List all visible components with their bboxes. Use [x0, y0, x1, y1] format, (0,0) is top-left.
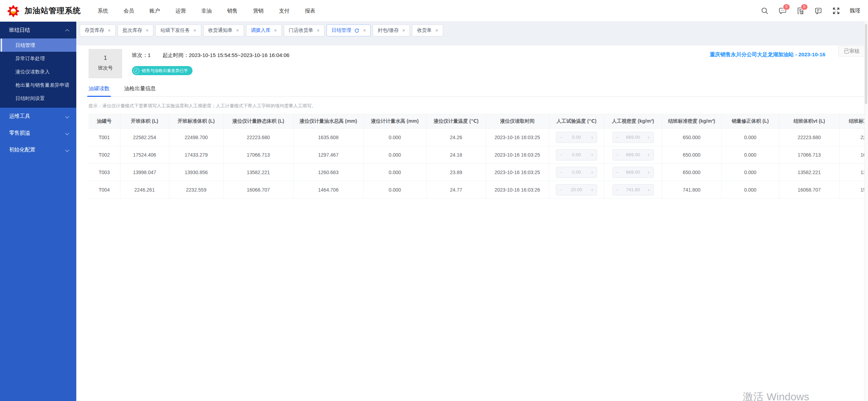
doc-tab-封包/缴存[interactable]: 封包/缴存× [373, 24, 410, 36]
stepper-minus-button[interactable]: − [616, 170, 619, 175]
column-header: 油罐号 [89, 114, 120, 129]
table-cell: T003 [89, 164, 120, 181]
sidebar-item-日结时间设置[interactable]: 日结时间设置 [0, 92, 76, 105]
doc-tab-门店收货单[interactable]: 门店收货单× [284, 24, 324, 36]
diff-balanced-badge: ✓ 销售与油枪出量差异已平 [132, 66, 192, 75]
table-cell: −669.00+ [604, 164, 662, 181]
number-stepper[interactable]: −0.00+ [556, 167, 597, 178]
main-panel: 1 班次号 班次：1 起止时间：2023-10-15 15:54:55~2023… [76, 45, 868, 401]
table-cell: −669.00+ [604, 146, 662, 164]
close-tab-icon[interactable]: × [193, 28, 196, 33]
doc-tab-label: 门店收货单 [289, 27, 313, 34]
sidebar-item-日结管理[interactable]: 日结管理 [0, 38, 76, 52]
table-cell: T002 [89, 146, 120, 164]
close-tab-icon[interactable]: × [402, 28, 405, 33]
stepper-plus-button[interactable]: + [591, 187, 594, 193]
top-nav-item[interactable]: 支付 [271, 0, 297, 22]
doc-tab-存货库存[interactable]: 存货库存× [80, 24, 115, 36]
stepper-plus-button[interactable]: + [647, 135, 650, 140]
stepper-minus-button[interactable]: − [559, 187, 562, 193]
column-header: 液位仪读取时间 [486, 114, 549, 129]
doc-tab-收货通知单[interactable]: 收货通知单× [203, 24, 244, 36]
close-tab-icon[interactable]: × [236, 28, 239, 33]
doc-tab-批次库存[interactable]: 批次库存× [118, 24, 153, 36]
stepper-minus-button[interactable]: − [616, 152, 619, 158]
table-cell: 22223.680 [223, 129, 293, 146]
close-tab-icon[interactable]: × [363, 28, 366, 33]
table-cell: 17066.713 [223, 146, 293, 164]
sidebar-item-枪出量与销售量差异申请[interactable]: 枪出量与销售量差异申请 [0, 78, 76, 92]
close-tab-icon[interactable]: × [108, 28, 111, 33]
table-cell: T004 [89, 181, 120, 199]
sidebar: 班结日结日结管理异常订单处理液位仪读数录入枪出量与销售量差异申请日结时间设置运维… [0, 22, 76, 401]
table-cell: 24.18 [426, 146, 486, 164]
stepper-plus-button[interactable]: + [647, 187, 650, 193]
sidebar-group-初始化配置[interactable]: 初始化配置 [0, 141, 76, 158]
number-stepper[interactable]: −0.00+ [556, 149, 597, 160]
stepper-plus-button[interactable]: + [591, 135, 594, 140]
check-circle-icon: ✓ [133, 68, 139, 74]
stepper-minus-button[interactable]: − [616, 135, 619, 140]
stepper-plus-button[interactable]: + [647, 152, 650, 158]
number-stepper[interactable]: −0.00+ [556, 132, 597, 143]
top-nav-item[interactable]: 报表 [297, 0, 323, 22]
stepper-minus-button[interactable]: − [616, 187, 619, 193]
doc-tab-收货单[interactable]: 收货单× [412, 24, 443, 36]
table-cell: 2023-10-16 16:03:26 [486, 181, 549, 199]
number-stepper[interactable]: −741.80+ [612, 184, 654, 195]
chat-icon[interactable] [814, 7, 822, 15]
stepper-plus-button[interactable]: + [591, 152, 594, 158]
task-list-icon[interactable]: 0 [796, 7, 805, 15]
station-link[interactable]: 重庆销售永川分公司大足龙湖加油站 - 2023-10-16 [710, 51, 825, 58]
sidebar-group-运维工具[interactable]: 运维工具 [0, 108, 76, 124]
table-cell: −669.00+ [604, 129, 662, 146]
top-nav-item[interactable]: 销售 [219, 0, 245, 22]
close-tab-icon[interactable]: × [317, 28, 320, 33]
top-nav-item[interactable]: 非油 [194, 0, 219, 22]
stepper-minus-button[interactable]: − [559, 152, 562, 158]
sidebar-scrollbar-thumb[interactable] [1, 38, 2, 52]
table-cell: 17066.713 [779, 146, 839, 164]
sidebar-item-异常订单处理[interactable]: 异常订单处理 [0, 52, 76, 65]
refresh-tab-icon[interactable] [354, 28, 359, 33]
fullscreen-icon[interactable] [832, 7, 840, 15]
sidebar-group-零售损溢[interactable]: 零售损溢 [0, 124, 76, 141]
table-cell: 24.26 [426, 129, 486, 146]
task-badge: 0 [801, 4, 808, 10]
top-nav-item[interactable]: 运营 [168, 0, 194, 22]
tab-nozzle-output[interactable]: 油枪出量信息 [124, 85, 156, 96]
stepper-plus-button[interactable]: + [647, 170, 650, 175]
column-header: 结班体积vt (L) [779, 114, 839, 129]
number-stepper[interactable]: −669.00+ [612, 149, 654, 160]
table-row: T0042246.2612232.55916068.7071464.7060.0… [89, 181, 868, 199]
page-scrollbar[interactable] [864, 22, 868, 401]
sidebar-item-液位仪读数录入[interactable]: 液位仪读数录入 [0, 65, 76, 78]
close-tab-icon[interactable]: × [146, 28, 148, 33]
current-user[interactable]: 魏瑾 [850, 7, 860, 14]
top-nav-item[interactable]: 系统 [90, 0, 116, 22]
search-icon[interactable] [761, 7, 769, 15]
top-nav-item[interactable]: 营销 [245, 0, 271, 22]
sidebar-group-班结日结[interactable]: 班结日结 [0, 22, 76, 38]
close-tab-icon[interactable]: × [435, 28, 438, 33]
doc-tab-日结管理[interactable]: 日结管理× [327, 24, 371, 36]
close-tab-icon[interactable]: × [274, 28, 277, 33]
top-nav-item[interactable]: 会员 [116, 0, 142, 22]
chevron-down-icon [65, 114, 69, 118]
doc-tab-调拨入库[interactable]: 调拨入库× [246, 24, 282, 36]
stepper-value: 669.00 [626, 135, 640, 140]
stepper-plus-button[interactable]: + [591, 170, 594, 175]
message-bubble-icon[interactable]: 0 [778, 7, 787, 15]
stepper-minus-button[interactable]: − [559, 170, 562, 175]
tab-tank-readings[interactable]: 油罐读数 [89, 85, 110, 96]
number-stepper[interactable]: −669.00+ [612, 132, 654, 143]
top-nav-item[interactable]: 账户 [142, 0, 168, 22]
table-cell: 13582.221 [779, 164, 839, 181]
number-stepper[interactable]: −669.00+ [612, 167, 654, 178]
doc-tab-站级下发任务[interactable]: 站级下发任务× [155, 24, 201, 36]
stepper-minus-button[interactable]: − [559, 135, 562, 140]
number-stepper[interactable]: −20.00+ [556, 184, 597, 195]
doc-tab-label: 收货单 [417, 27, 432, 34]
doc-tab-label: 调拨入库 [251, 27, 271, 34]
page-scrollbar-thumb[interactable] [865, 24, 867, 104]
